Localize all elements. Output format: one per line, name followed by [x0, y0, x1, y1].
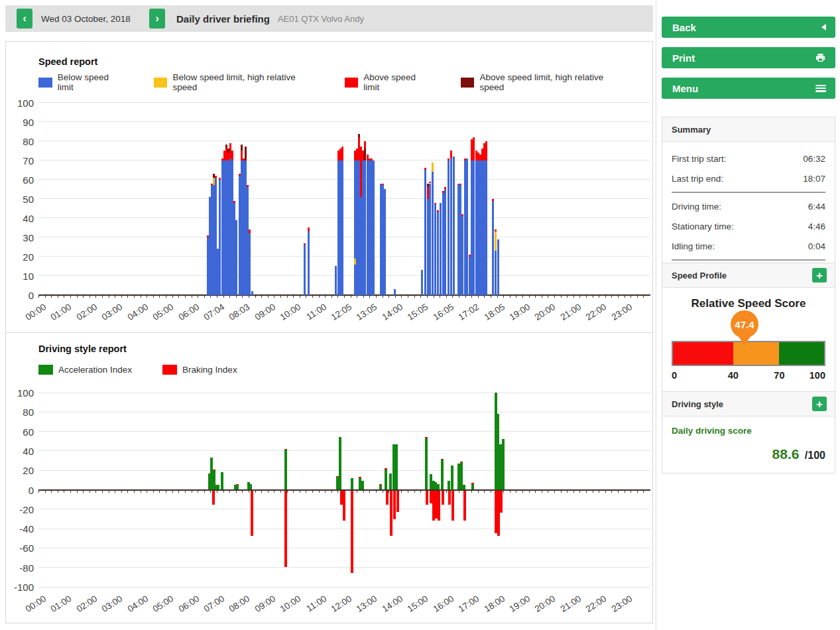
- speed-bar-segment: [444, 189, 446, 295]
- speed-bar-segment: [251, 291, 253, 295]
- speed-bar-segment: [450, 158, 452, 295]
- speed-bar-segment: [448, 158, 450, 160]
- axis-tick: [408, 491, 408, 493]
- axis-tick: [127, 491, 128, 493]
- axis-tick: [287, 296, 288, 298]
- summary-row: Idling time:0:04: [662, 236, 835, 256]
- y-tick-label: 100: [10, 387, 34, 399]
- braking-cap: [359, 477, 361, 477]
- axis-tick: [459, 491, 459, 493]
- print-button-label: Print: [672, 52, 815, 64]
- legend-label: Braking Index: [182, 365, 237, 375]
- axis-tick: [510, 296, 510, 298]
- axis-tick: [459, 296, 459, 298]
- axis-tick: [223, 296, 224, 298]
- expand-driving-style-button[interactable]: +: [812, 397, 827, 411]
- axis-tick: [141, 296, 141, 298]
- menu-button[interactable]: Menu: [662, 78, 835, 99]
- speed-bar-segment: [308, 231, 310, 295]
- speed-bar-segment: [427, 199, 429, 295]
- axis-tick: [185, 296, 186, 298]
- legend-swatch: [38, 365, 53, 375]
- vehicle-driver-label: AE01 QTX Volvo Andy: [278, 14, 364, 24]
- axis-tick: [83, 491, 84, 493]
- axis-tick: [185, 491, 186, 493]
- acceleration-bar: [448, 481, 450, 489]
- axis-tick: [236, 296, 237, 298]
- summary-row-value: 6:44: [808, 202, 825, 212]
- speed-bar-segment: [442, 191, 444, 193]
- acceleration-bar: [471, 484, 474, 490]
- gauge-scale-label: 0: [672, 370, 677, 381]
- axis-tick: [599, 491, 599, 493]
- print-button[interactable]: Print: [662, 47, 835, 68]
- axis-tick: [522, 296, 523, 298]
- axis-tick: [325, 491, 326, 493]
- axis-tick: [471, 491, 472, 493]
- braking-cap: [284, 449, 287, 450]
- gauge-value: 47.4: [735, 319, 754, 330]
- legend-swatch: [162, 365, 177, 375]
- axis-tick: [223, 491, 224, 493]
- gridline: [38, 141, 650, 141]
- speed-bar-segment: [249, 229, 251, 233]
- axis-tick: [561, 491, 562, 493]
- axis-tick: [369, 296, 370, 298]
- report-date: Wed 03 October, 2018: [41, 14, 141, 24]
- braking-bar: [212, 491, 215, 505]
- braking-cap: [471, 483, 474, 483]
- axis-tick: [567, 491, 568, 493]
- braking-bar: [463, 491, 466, 521]
- axis-tick: [312, 491, 313, 493]
- daily-driving-score-label: Daily driving score: [672, 426, 825, 436]
- braking-bar: [396, 491, 399, 512]
- previous-day-button[interactable]: ‹: [17, 9, 32, 29]
- speed-bar-segment: [432, 172, 434, 295]
- legend-label: Below speed limit, high relative speed: [172, 72, 314, 92]
- next-day-button[interactable]: ›: [149, 9, 165, 29]
- axis-tick: [274, 296, 274, 298]
- speed-bar-segment: [427, 184, 429, 188]
- speed-bar-segment: [492, 201, 494, 295]
- axis-tick: [293, 296, 294, 298]
- axis-tick: [637, 296, 638, 298]
- axis-tick: [217, 296, 217, 298]
- axis-tick: [242, 296, 243, 298]
- axis-tick: [630, 491, 631, 493]
- gridline: [38, 198, 650, 199]
- axis-tick: [427, 296, 428, 298]
- speed-bar-segment: [341, 147, 343, 160]
- axis-tick: [618, 296, 619, 298]
- summary-row-label: Driving time:: [672, 202, 721, 212]
- summary-divider: [672, 192, 825, 193]
- axis-tick: [484, 491, 485, 493]
- relative-speed-gauge: 47.4 04070100: [672, 310, 825, 383]
- speed-bar-segment: [495, 251, 497, 295]
- axis-tick: [58, 296, 58, 298]
- speed-bar-segment: [440, 203, 442, 295]
- axis-tick: [344, 296, 345, 298]
- hamburger-menu-icon: [815, 85, 826, 92]
- axis-tick: [147, 491, 147, 493]
- speed-report-title: Speed report: [38, 56, 97, 67]
- axis-tick: [90, 491, 90, 493]
- speed-bar-segment: [241, 145, 243, 151]
- expand-speed-profile-button[interactable]: +: [812, 268, 827, 283]
- axis-tick: [90, 296, 90, 298]
- acceleration-bar: [437, 484, 440, 490]
- axis-tick: [127, 296, 128, 298]
- gauge-scale: 04070100: [672, 370, 825, 383]
- y-tick-label: 0: [10, 290, 34, 301]
- axis-tick: [268, 296, 269, 298]
- axis-tick: [554, 491, 555, 493]
- gauge-value-marker: 47.4: [731, 310, 758, 338]
- summary-row-label: First trip start:: [672, 154, 727, 164]
- daily-driving-score-max: /100: [805, 450, 825, 461]
- braking-cap: [441, 459, 444, 460]
- legend-item: Below speed limit: [38, 72, 123, 92]
- axis-tick: [134, 491, 135, 493]
- acceleration-bar: [221, 472, 223, 489]
- back-button[interactable]: Back: [662, 17, 835, 38]
- y-tick-label: 40: [10, 213, 34, 224]
- gauge-scale-label: 100: [810, 370, 825, 381]
